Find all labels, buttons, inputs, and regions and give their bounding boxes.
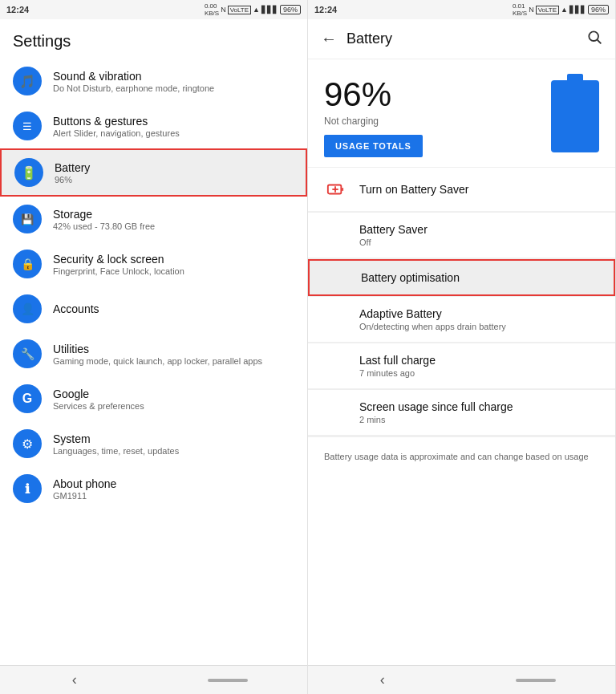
wifi-icon-right: ▲ — [561, 6, 568, 14]
data-speed-right: 0.01KB/S — [513, 2, 527, 17]
nav-pill-right — [516, 679, 556, 682]
time-right: 12:24 — [314, 5, 337, 14]
battery-item-optimisation[interactable]: Battery optimisation — [308, 259, 615, 296]
volte-icon-right: VoLTE — [536, 6, 559, 14]
system-title: System — [53, 432, 294, 445]
battery-item-screen-usage[interactable]: Screen usage since full charge 2 mins — [308, 390, 615, 436]
settings-item-utilities[interactable]: 🔧 Utilities Gaming mode, quick launch, a… — [0, 331, 307, 376]
status-bar-left: 12:24 0.00KB/S N VoLTE ▲ ▋▋▋ 96% — [0, 0, 307, 19]
battery-panel: 12:24 0.01KB/S N VoLTE ▲ ▋▋▋ 96% ← Batte… — [308, 0, 616, 694]
nfc-icon: N — [221, 6, 226, 14]
svg-line-1 — [598, 40, 602, 44]
google-icon: G — [13, 384, 42, 413]
utilities-title: Utilities — [53, 343, 294, 355]
usage-totals-button[interactable]: USAGE TOTALS — [324, 135, 423, 157]
battery-header: ← Battery — [308, 19, 615, 59]
settings-item-accounts[interactable]: 👤 Accounts — [0, 286, 307, 331]
battery-item-saver[interactable]: Battery Saver Off — [308, 213, 615, 258]
signal-icon-left: ▋▋▋ — [261, 6, 278, 14]
turn-on-saver-title: Turn on Battery Saver — [359, 183, 468, 196]
sound-subtitle: Do Not Disturb, earphone mode, ringtone — [53, 83, 294, 93]
battery-info: 96% Not charging USAGE TOTALS — [324, 75, 551, 157]
battery-charging-status: Not charging — [324, 116, 551, 127]
google-title: Google — [53, 388, 294, 400]
utilities-icon: 🔧 — [13, 339, 42, 368]
settings-list: 🎵 Sound & vibration Do Not Disturb, earp… — [0, 59, 307, 665]
battery-icon-status-left: 96% — [280, 5, 301, 14]
storage-icon: 💾 — [13, 205, 42, 233]
battery-saver-title: Battery Saver — [359, 223, 428, 236]
settings-title: Settings — [0, 19, 307, 59]
utilities-subtitle: Gaming mode, quick launch, app locker, p… — [53, 356, 294, 366]
battery-icon-left: 🔋 — [14, 158, 43, 187]
battery-options-list: Turn on Battery Saver Battery Saver Off … — [308, 168, 615, 665]
settings-item-system[interactable]: ⚙ System Languages, time, reset, updates — [0, 421, 307, 466]
battery-page-title: Battery — [346, 30, 586, 47]
battery-item-adaptive[interactable]: Adaptive Battery On/detecting when apps … — [308, 297, 615, 343]
google-subtitle: Services & preferences — [53, 401, 294, 411]
signal-icon-right: ▋▋▋ — [569, 6, 586, 14]
back-button-bottom-right[interactable]: ‹ — [367, 668, 398, 692]
battery-saver-subtitle: Off — [359, 237, 428, 247]
screen-usage-subtitle: 2 mins — [359, 415, 513, 424]
back-button-left[interactable]: ‹ — [59, 668, 90, 692]
nav-pill-left — [208, 679, 248, 682]
svg-point-0 — [589, 31, 598, 41]
battery-item-turn-on-saver[interactable]: Turn on Battery Saver — [308, 168, 615, 212]
time-left: 12:24 — [6, 5, 29, 14]
battery-graphic — [551, 80, 599, 152]
nav-bar-left: ‹ — [0, 665, 307, 694]
about-subtitle: GM1911 — [53, 491, 294, 501]
battery-top-section: 96% Not charging USAGE TOTALS — [308, 59, 615, 167]
battery-title: Battery — [55, 161, 293, 174]
back-button-right[interactable]: ← — [321, 30, 337, 48]
system-icon: ⚙ — [13, 429, 42, 458]
last-charge-subtitle: 7 minutes ago — [359, 368, 436, 378]
volte-icon: VoLTE — [228, 6, 251, 14]
wifi-icon: ▲ — [253, 6, 260, 14]
battery-item-last-charge[interactable]: Last full charge 7 minutes ago — [308, 343, 615, 389]
battery-subtitle: 96% — [55, 175, 293, 185]
nfc-icon-right: N — [529, 6, 534, 14]
battery-optimisation-title: Battery optimisation — [361, 271, 460, 284]
accounts-icon: 👤 — [13, 294, 42, 323]
settings-item-storage[interactable]: 💾 Storage 42% used - 73.80 GB free — [0, 197, 307, 241]
data-speed-left: 0.00KB/S — [205, 2, 219, 17]
settings-item-battery[interactable]: 🔋 Battery 96% — [0, 148, 307, 197]
settings-item-security[interactable]: 🔒 Security & lock screen Fingerprint, Fa… — [0, 241, 307, 286]
security-icon: 🔒 — [13, 250, 42, 278]
settings-item-google[interactable]: G Google Services & preferences — [0, 376, 307, 421]
nav-bar-right: ‹ — [308, 665, 615, 694]
settings-item-about[interactable]: ℹ About phone GM1911 — [0, 466, 307, 511]
battery-percentage: 96% — [324, 75, 551, 114]
adaptive-battery-subtitle: On/detecting when apps drain battery — [359, 322, 506, 331]
battery-shape — [551, 80, 599, 152]
about-icon: ℹ — [13, 474, 42, 503]
search-button[interactable] — [586, 29, 602, 49]
about-title: About phone — [53, 477, 294, 490]
accounts-title: Accounts — [53, 302, 294, 315]
battery-saver-on-icon — [324, 178, 346, 201]
battery-note: Battery usage data is approximate and ca… — [308, 436, 615, 477]
settings-panel: 12:24 0.00KB/S N VoLTE ▲ ▋▋▋ 96% Setting… — [0, 0, 308, 694]
storage-title: Storage — [53, 208, 294, 221]
security-title: Security & lock screen — [53, 253, 294, 266]
sound-title: Sound & vibration — [53, 70, 294, 83]
adaptive-battery-title: Adaptive Battery — [359, 307, 506, 320]
storage-subtitle: 42% used - 73.80 GB free — [53, 221, 294, 231]
buttons-subtitle: Alert Slider, navigation, gestures — [53, 128, 294, 138]
system-subtitle: Languages, time, reset, updates — [53, 446, 294, 456]
status-icons-left: 0.00KB/S N VoLTE ▲ ▋▋▋ 96% — [205, 2, 301, 17]
last-charge-title: Last full charge — [359, 354, 436, 367]
buttons-icon: ☰ — [13, 112, 42, 140]
settings-item-buttons[interactable]: ☰ Buttons & gestures Alert Slider, navig… — [0, 103, 307, 148]
status-bar-right: 12:24 0.01KB/S N VoLTE ▲ ▋▋▋ 96% — [308, 0, 615, 19]
settings-item-sound[interactable]: 🎵 Sound & vibration Do Not Disturb, earp… — [0, 59, 307, 103]
status-icons-right: 0.01KB/S N VoLTE ▲ ▋▋▋ 96% — [513, 2, 609, 17]
sound-icon: 🎵 — [13, 67, 42, 95]
screen-usage-title: Screen usage since full charge — [359, 400, 513, 413]
security-subtitle: Fingerprint, Face Unlock, location — [53, 266, 294, 276]
buttons-title: Buttons & gestures — [53, 115, 294, 128]
battery-status-right: 96% — [588, 5, 609, 14]
